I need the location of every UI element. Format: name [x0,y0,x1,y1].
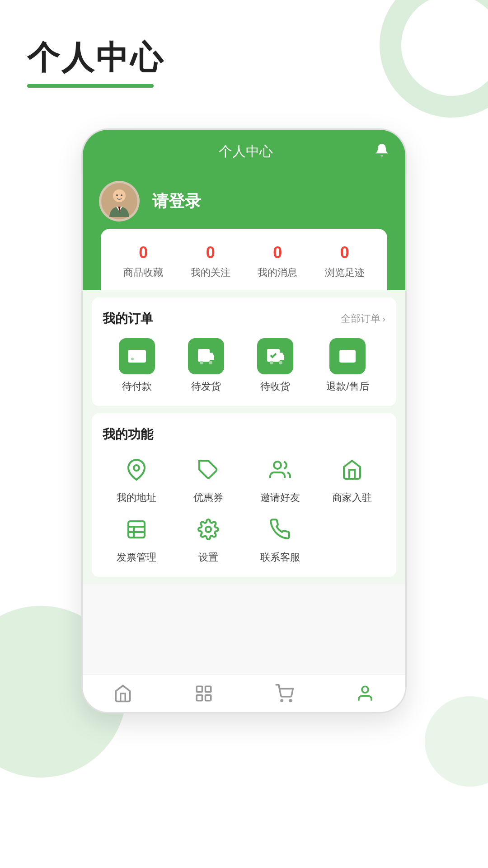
stat-messages[interactable]: 0 我的消息 [258,243,297,279]
bottom-nav [83,675,405,712]
svg-point-2 [116,194,118,196]
order-icons-row: 待付款 待发货 [103,338,385,393]
all-orders-link[interactable]: 全部订单 › [341,312,385,326]
avatar [99,181,140,222]
bell-icon[interactable] [375,143,389,161]
refund-icon-box: ↩ [329,338,366,374]
svg-rect-23 [205,686,211,692]
orders-section: 我的订单 全部订单 › 待付款 待发货 [92,297,396,406]
login-prompt[interactable]: 请登录 [152,190,201,212]
address-icon [121,454,152,486]
svg-point-7 [200,361,203,364]
nav-category[interactable] [194,684,213,703]
svg-point-3 [121,194,122,196]
nav-profile[interactable] [356,684,375,703]
svg-point-5 [131,358,134,360]
function-settings[interactable]: 设置 [174,514,242,564]
chevron-right-icon: › [382,314,385,324]
function-grid: 我的地址 优惠券 [103,454,385,564]
order-refund[interactable]: ↩ 退款/售后 [326,338,369,393]
order-pending-pay[interactable]: 待付款 [119,338,155,393]
svg-point-14 [134,465,139,471]
phone-header: 个人中心 [83,130,405,172]
functions-section: 我的功能 我的地址 [92,413,396,577]
functions-title: 我的功能 [103,426,153,443]
svg-point-1 [113,189,126,202]
svg-rect-24 [197,695,202,701]
svg-rect-17 [128,521,145,538]
stat-favorites[interactable]: 0 商品收藏 [123,243,163,279]
stats-bar: 0 商品收藏 0 我的关注 0 我的消息 0 浏览足迹 [101,229,387,290]
svg-point-26 [281,700,283,702]
function-invoice[interactable]: 发票管理 [103,514,170,564]
function-coupon[interactable]: 优惠券 [174,454,242,505]
invoice-icon [121,514,152,545]
svg-point-21 [206,527,211,532]
stat-following[interactable]: 0 我的关注 [191,243,230,279]
function-invite[interactable]: 邀请好友 [246,454,314,505]
svg-point-11 [279,361,282,364]
order-pending-receive[interactable]: 待收货 [257,338,293,393]
stat-history[interactable]: 0 浏览足迹 [325,243,365,279]
function-service[interactable]: 联系客服 [246,514,314,564]
svg-rect-6 [198,349,210,362]
function-address[interactable]: 我的地址 [103,454,170,505]
function-merchant[interactable]: 商家入驻 [318,454,385,505]
svg-rect-22 [197,686,202,692]
coupon-icon [192,454,224,486]
nav-home[interactable] [113,684,132,703]
nav-cart[interactable] [275,684,294,703]
pending-receive-icon-box [257,338,293,374]
svg-rect-4 [128,350,146,363]
svg-point-28 [362,686,368,693]
svg-point-16 [274,462,281,469]
pending-pay-icon-box [119,338,155,374]
phone-mockup: 个人中心 [81,128,407,713]
invite-icon [264,454,296,486]
svg-rect-25 [205,695,211,701]
svg-point-8 [209,361,212,364]
service-icon [264,514,296,545]
order-pending-ship[interactable]: 待发货 [188,338,224,393]
header-title: 个人中心 [117,142,375,161]
orders-title: 我的订单 [103,310,153,327]
pending-ship-icon-box [188,338,224,374]
svg-point-27 [290,700,292,702]
svg-point-10 [270,361,273,364]
svg-text:↩: ↩ [345,354,351,361]
page-title: 个人中心 [27,36,164,80]
settings-icon [192,514,224,545]
merchant-icon [336,454,368,486]
